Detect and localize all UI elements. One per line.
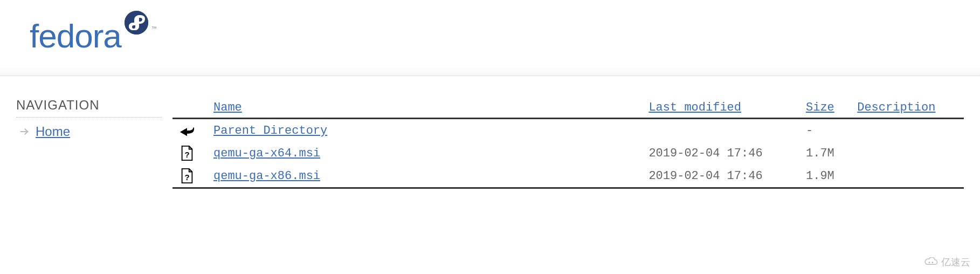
sort-last-modified[interactable]: Last modified [648,101,741,114]
unknown-file-icon: ? [179,145,201,161]
file-size: 1.7M [799,142,851,165]
parent-modified [642,119,799,142]
parent-directory-row[interactable]: Parent Directory - [172,119,964,142]
file-description [851,165,964,187]
file-link[interactable]: qemu-ga-x86.msi [213,169,320,183]
col-description[interactable]: Description [851,98,964,119]
sort-size[interactable]: Size [806,101,834,114]
fedora-logo: fedora ™ [30,11,980,53]
home-link[interactable]: Home [36,124,70,139]
sidebar: NAVIGATION Home [0,98,172,189]
file-modified: 2019-02-04 17:46 [642,165,799,187]
svg-point-4 [931,262,933,263]
svg-text:?: ? [184,173,189,182]
parent-size: - [799,119,851,142]
file-row[interactable]: ? qemu-ga-x64.msi 2019-02-04 17:46 1.7M [172,142,964,165]
trademark-symbol: ™ [151,25,157,31]
col-size[interactable]: Size [799,98,851,119]
fedora-bubble-icon [125,11,148,35]
parent-description [851,119,964,142]
file-row[interactable]: ? qemu-ga-x86.msi 2019-02-04 17:46 1.9M [172,165,964,187]
header-row: Name Last modified Size Description [172,98,964,119]
directory-listing: Name Last modified Size Description [172,98,980,189]
unknown-file-icon: ? [179,168,201,184]
parent-directory-link[interactable]: Parent Directory [213,124,327,138]
svg-text:?: ? [184,150,189,159]
file-description [851,142,964,165]
header: fedora ™ [0,0,980,76]
arrow-right-icon [18,126,30,138]
sidebar-title: NAVIGATION [16,98,162,118]
file-link[interactable]: qemu-ga-x64.msi [213,147,320,160]
watermark: 亿速云 [924,256,970,269]
col-name[interactable]: Name [207,98,642,119]
svg-point-3 [929,262,930,263]
sidebar-item-home[interactable]: Home [16,124,172,139]
sort-name[interactable]: Name [213,101,242,114]
sort-description[interactable]: Description [857,101,935,114]
file-modified: 2019-02-04 17:46 [642,142,799,165]
watermark-text: 亿速云 [941,256,970,269]
fedora-wordmark: fedora [30,19,121,53]
col-last-modified[interactable]: Last modified [642,98,799,119]
file-size: 1.9M [799,165,851,187]
listing-table: Name Last modified Size Description [172,98,964,189]
cloud-icon [924,257,938,267]
back-arrow-icon [179,122,201,139]
